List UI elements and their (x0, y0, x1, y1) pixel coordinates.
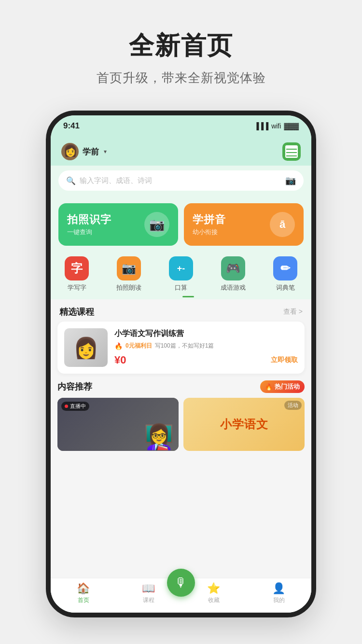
nav-courses[interactable]: 📖 课程 (134, 582, 163, 604)
recommend-title: 内容推荐 (57, 381, 92, 392)
tool-pen-label: 词典笔 (276, 283, 295, 292)
course-price-row: ¥0 立即领取 (114, 354, 298, 366)
top-section: 全新首页 首页升级，带来全新视觉体验 (0, 0, 362, 101)
recommend-cards: 👩‍🏫 直播中 小学语文 活动 (57, 398, 305, 451)
course-card[interactable]: 👩 小学语文写作训练营 🔥 0元福利日 写100篇，不如写好1篇 ¥0 立即领取 (57, 322, 305, 374)
chevron-down-icon: ▾ (104, 148, 107, 155)
signal-icon: ▐▐▐ (254, 122, 268, 130)
recommend-header: 内容推荐 🔥 热门活动 (57, 380, 305, 393)
user-info[interactable]: 学前 ▾ (61, 143, 107, 160)
feature-buttons: 拍照识字 一键查询 📷 学拼音 幼小衔接 ā (51, 196, 311, 252)
claim-button[interactable]: 立即领取 (271, 356, 298, 364)
calendar-button[interactable] (282, 142, 301, 161)
promo-tag: 0元福利日 (125, 342, 152, 350)
teacher-avatar: 👩 (73, 336, 98, 360)
grade-label: 学前 (83, 146, 99, 157)
tool-write-icon: 字 (65, 256, 89, 280)
quick-tools: 字 学写字 📷 拍照朗读 +- 口算 🎮 成语游戏 ✏ 词典笔 (51, 252, 311, 299)
pinyin-btn-sub: 幼小衔接 (193, 228, 226, 237)
live-card-figure: 👩‍🏫 (144, 423, 174, 451)
photo-btn-icon: 📷 (144, 212, 169, 237)
fire-icon: 🔥 (114, 342, 123, 350)
photo-recognition-button[interactable]: 拍照识字 一键查询 📷 (58, 203, 178, 246)
live-label: 直播中 (70, 403, 86, 410)
photo-btn-text: 拍照识字 一键查询 (67, 212, 111, 237)
mic-button[interactable]: 🎙 (167, 569, 195, 597)
nav-profile[interactable]: 👤 我的 (265, 582, 293, 604)
page-subtitle: 首页升级，带来全新视觉体验 (97, 70, 266, 86)
hot-badge: 🔥 热门活动 (260, 380, 305, 393)
tool-photo-read[interactable]: 📷 拍照朗读 (103, 256, 155, 297)
search-bar[interactable]: 🔍 输入字词、成语、诗词 📷 (58, 170, 304, 191)
recommend-section: 内容推荐 🔥 热门活动 👩‍🏫 直播中 (51, 380, 311, 451)
courses-more-link[interactable]: 查看 > (283, 308, 303, 316)
tool-indicator (182, 296, 194, 297)
live-indicator-dot (65, 405, 68, 408)
courses-icon: 📖 (142, 582, 155, 595)
tool-calc[interactable]: +- 口算 (155, 256, 207, 297)
tool-game-icon: 🎮 (221, 256, 245, 280)
photo-btn-main: 拍照识字 (67, 212, 111, 227)
pinyin-btn-text: 学拼音 幼小衔接 (193, 212, 226, 237)
phone-mockup: 9:41 ▐▐▐ wifi ▓▓▓ 学前 ▾ 🔍 输入字词、成语、诗词 📷 (46, 111, 316, 617)
course-slogan: 写100篇，不如写好1篇 (155, 342, 214, 350)
wifi-icon: wifi (271, 122, 281, 130)
activity-badge: 活动 (284, 401, 302, 410)
status-bar: 9:41 ▐▐▐ wifi ▓▓▓ (51, 115, 311, 137)
tool-pen[interactable]: ✏ 词典笔 (259, 256, 311, 297)
courses-section-title: 精选课程 (59, 306, 94, 318)
avatar (61, 143, 79, 160)
bottom-nav: 🏠 首页 📖 课程 🎙 ⭐ 收藏 👤 我的 (51, 578, 311, 613)
pinyin-btn-main: 学拼音 (193, 212, 226, 227)
page-title: 全新首页 (129, 29, 233, 63)
nav-home[interactable]: 🏠 首页 (69, 582, 98, 604)
profile-icon: 👤 (272, 582, 285, 595)
photo-btn-sub: 一键查询 (67, 228, 111, 237)
nav-profile-label: 我的 (273, 596, 285, 604)
search-placeholder: 输入字词、成语、诗词 (80, 176, 281, 185)
course-desc-row: 🔥 0元福利日 写100篇，不如写好1篇 (114, 342, 298, 350)
activity-card[interactable]: 小学语文 活动 (183, 398, 305, 451)
mic-icon: 🎙 (175, 575, 187, 590)
tool-pen-icon: ✏ (273, 256, 297, 280)
tool-calc-icon: +- (169, 256, 193, 280)
pinyin-btn-icon: ā (270, 212, 295, 237)
fire-icon-2: 🔥 (265, 383, 273, 391)
status-icons: ▐▐▐ wifi ▓▓▓ (254, 122, 299, 130)
search-icon: 🔍 (66, 176, 76, 185)
course-name: 小学语文写作训练营 (114, 329, 298, 339)
live-overlay: 直播中 (61, 402, 89, 411)
tool-game-label: 成语游戏 (221, 283, 246, 292)
phone-content: 学前 ▾ 🔍 输入字词、成语、诗词 📷 拍照识字 一键查询 📷 学拼音 (51, 137, 311, 613)
content-area: 精选课程 查看 > 👩 小学语文写作训练营 🔥 0元福利日 写100篇，不如写好… (51, 299, 311, 578)
status-time: 9:41 (63, 121, 80, 131)
tool-photo-read-icon: 📷 (117, 256, 141, 280)
battery-icon: ▓▓▓ (284, 122, 299, 130)
courses-section-header: 精选课程 查看 > (51, 299, 311, 322)
nav-courses-label: 课程 (143, 596, 154, 604)
course-price: ¥0 (114, 354, 126, 366)
tool-game[interactable]: 🎮 成语游戏 (207, 256, 259, 297)
nav-home-label: 首页 (78, 596, 89, 604)
favorites-icon: ⭐ (207, 582, 220, 595)
tool-write[interactable]: 字 学写字 (51, 256, 103, 297)
app-header: 学前 ▾ (51, 137, 311, 166)
tool-calc-label: 口算 (175, 283, 187, 292)
pinyin-button[interactable]: 学拼音 幼小衔接 ā (184, 203, 304, 246)
live-card[interactable]: 👩‍🏫 直播中 (57, 398, 179, 451)
nav-favorites-label: 收藏 (208, 596, 220, 604)
hot-badge-text: 热门活动 (275, 382, 300, 391)
home-icon: 🏠 (77, 582, 90, 595)
tool-write-label: 学写字 (68, 283, 86, 292)
activity-text: 小学语文 (220, 417, 268, 432)
nav-favorites[interactable]: ⭐ 收藏 (199, 582, 228, 604)
course-thumbnail: 👩 (64, 328, 108, 367)
camera-icon[interactable]: 📷 (285, 175, 296, 186)
tool-photo-read-label: 拍照朗读 (116, 283, 141, 292)
course-info: 小学语文写作训练营 🔥 0元福利日 写100篇，不如写好1篇 ¥0 立即领取 (114, 329, 298, 366)
